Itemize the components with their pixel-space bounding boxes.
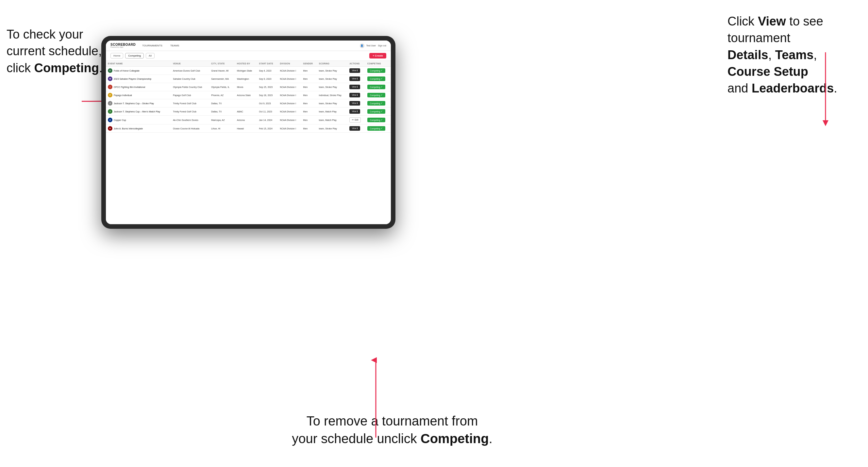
city-state-cell: Maricopa, AZ: [209, 116, 235, 125]
create-button[interactable]: + Create: [369, 53, 386, 59]
start-date-cell: Sep 4, 2023: [257, 67, 278, 75]
division-cell: NCAA Division I: [278, 75, 301, 83]
competing-button[interactable]: Competing ✓: [367, 109, 385, 114]
event-name-cell-6: A Copper Cup: [106, 116, 171, 125]
venue-cell: Ocean Course At Hokuala: [171, 125, 209, 133]
scoring-cell: team, Match Play: [317, 107, 348, 116]
annotation-bottom: To remove a tournament from your schedul…: [278, 412, 506, 447]
nav-tournaments[interactable]: TOURNAMENTS: [141, 43, 164, 48]
tr-details: Details: [727, 48, 768, 62]
tr-course-setup: Course Setup: [727, 65, 808, 79]
scoreboard-brand: SCOREBOARD Powered by clippi: [111, 43, 135, 48]
event-name-cell-5: J Jackson T. Stephens Cup – Men's Match …: [106, 107, 171, 116]
city-state-cell: Dallas, TX: [209, 99, 235, 107]
scoring-cell: team, Stroke Play: [317, 67, 348, 75]
brand-sub: Powered by clippi: [111, 46, 135, 48]
hosted-by-cell: ABAC: [235, 107, 257, 116]
filter-competing-btn[interactable]: Competing: [125, 53, 144, 59]
actions-cell: View ℹ: [347, 67, 365, 75]
venue-cell: Olympia Fields Country Club: [171, 83, 209, 91]
table-body: F Folds of Honor Collegiate American Dun…: [106, 67, 391, 133]
gender-cell: Men: [301, 67, 317, 75]
gender-cell: Men: [301, 125, 317, 133]
scoring-cell: team, Match Play: [317, 116, 348, 125]
table-container: EVENT NAME VENUE CITY, STATE HOSTED BY S…: [106, 61, 391, 224]
city-state-cell: Dallas, TX: [209, 107, 235, 116]
view-button[interactable]: View ℹ: [349, 93, 360, 97]
venue-cell: Ak-Chin Southern Dunes: [171, 116, 209, 125]
sign-out-link[interactable]: Sign out: [378, 44, 386, 47]
view-button[interactable]: View ℹ: [349, 68, 360, 73]
actions-cell: View ℹ: [347, 99, 365, 107]
team-logo: H: [108, 126, 113, 131]
venue-cell: American Dunes Golf Club: [171, 67, 209, 75]
team-logo: J: [108, 101, 113, 105]
team-logo: F: [108, 68, 113, 73]
view-button[interactable]: View ℹ: [349, 85, 360, 89]
view-button[interactable]: View ℹ: [349, 101, 360, 105]
event-name-cell-2: I OFCC Fighting Illini Invitational: [106, 83, 171, 91]
nav-teams[interactable]: TEAMS: [169, 43, 181, 48]
table-row: J Jackson T. Stephens Cup – Men's Match …: [106, 107, 391, 116]
nav-user: 👤 Test User Sign out: [360, 43, 386, 48]
scoring-cell: team, Stroke Play: [317, 83, 348, 91]
table-row: P Papago Individual Papago Golf ClubPhoe…: [106, 91, 391, 99]
event-name-cell-1: W 2023 Sahalee Players Championship: [106, 75, 171, 83]
competing-button[interactable]: Competing ✓: [367, 76, 385, 81]
hosted-by-cell: Hawaii: [235, 125, 257, 133]
tr-pre: Click: [727, 14, 758, 28]
hosted-by-cell: Arizona: [235, 116, 257, 125]
competing-button[interactable]: Competing ✓: [367, 93, 385, 97]
hosted-by-cell: Michigan State: [235, 67, 257, 75]
competing-button[interactable]: Competing ✓: [367, 85, 385, 89]
edit-button[interactable]: ✏ Edit: [349, 117, 361, 123]
start-date-cell: Sep 9, 2023: [257, 75, 278, 83]
competing-cell: Competing ✓: [365, 67, 391, 75]
event-name-cell-0: F Folds of Honor Collegiate: [106, 67, 171, 75]
view-button[interactable]: View ℹ: [349, 109, 360, 114]
scoring-cell: team, Stroke Play: [317, 125, 348, 133]
col-division: DIVISION: [278, 61, 301, 67]
event-name-text: John A. Burns Intercollegiate: [114, 127, 143, 130]
filter-all-btn[interactable]: All: [146, 53, 155, 59]
col-gender: GENDER: [301, 61, 317, 67]
bottom-line2-post: .: [489, 431, 493, 446]
competing-cell: Competing ✓: [365, 116, 391, 125]
event-name-text: Jackson T. Stephens Cup – Men's Match Pl…: [114, 111, 160, 113]
tr-leaderboards: Leaderboards: [752, 82, 834, 95]
event-name-cell-3: P Papago Individual: [106, 91, 171, 99]
annotation-line2: current schedule,: [6, 44, 102, 58]
venue-cell: Sahalee Country Club: [171, 75, 209, 83]
tr-teams: Teams: [775, 48, 814, 62]
col-city-state: CITY, STATE: [209, 61, 235, 67]
annotation-top-right: Click View to see tournament Details, Te…: [727, 13, 865, 97]
start-date-cell: Oct 11, 2023: [257, 107, 278, 116]
competing-button[interactable]: Competing ✓: [367, 68, 385, 73]
view-button[interactable]: View ℹ: [349, 126, 360, 131]
competing-cell: Competing ✓: [365, 125, 391, 133]
annotation-competing-bold: Competing: [34, 61, 99, 75]
hosted-by-cell: Washington: [235, 75, 257, 83]
start-date-cell: Feb 15, 2024: [257, 125, 278, 133]
table-row: W 2023 Sahalee Players Championship Saha…: [106, 75, 391, 83]
competing-button[interactable]: Competing ✓: [367, 118, 385, 122]
table-row: A Copper Cup Ak-Chin Southern DunesMaric…: [106, 116, 391, 125]
col-competing: COMPETING: [365, 61, 391, 67]
view-button[interactable]: View ℹ: [349, 76, 360, 81]
competing-button[interactable]: Competing ✓: [367, 101, 385, 105]
filter-bar: Home Competing All + Create: [106, 51, 391, 61]
venue-cell: Papago Golf Club: [171, 91, 209, 99]
event-name-cell-4: J Jackson T. Stephens Cup – Stroke Play: [106, 99, 171, 107]
bottom-line2-pre: your schedule unclick: [292, 431, 421, 446]
team-logo: I: [108, 85, 113, 89]
filter-home-btn[interactable]: Home: [111, 53, 123, 59]
competing-button[interactable]: Competing ✓: [367, 126, 385, 131]
gender-cell: Men: [301, 83, 317, 91]
col-start-date: START DATE: [257, 61, 278, 67]
team-logo: A: [108, 118, 113, 122]
table-header: EVENT NAME VENUE CITY, STATE HOSTED BY S…: [106, 61, 391, 67]
division-cell: NCAA Division I: [278, 83, 301, 91]
actions-cell: View ℹ: [347, 75, 365, 83]
division-cell: NCAA Division I: [278, 99, 301, 107]
start-date-cell: Sep 15, 2023: [257, 83, 278, 91]
